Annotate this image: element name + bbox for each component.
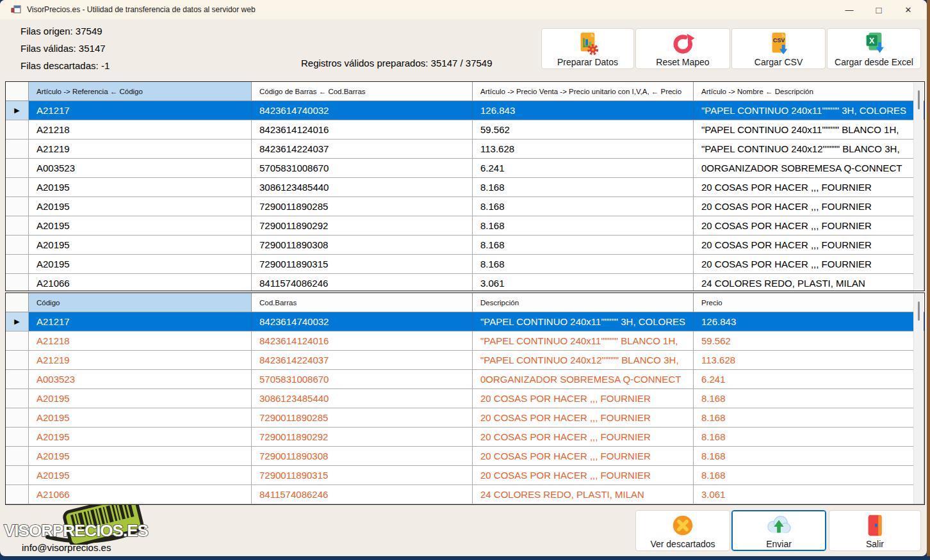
table-row[interactable]: A00352357058310086706.2410ORGANIZADOR SO… [6, 159, 924, 178]
table-cell[interactable]: 8423614224037 [252, 351, 473, 369]
row-header[interactable] [6, 197, 29, 216]
table-row[interactable]: A21066841157408624624 COLORES REDO, PLAS… [6, 485, 924, 504]
enviar-button[interactable]: Enviar [731, 510, 826, 551]
table-cell[interactable]: A20195 [29, 236, 252, 254]
table-cell[interactable]: 3086123485440 [252, 389, 473, 408]
table-cell[interactable]: A21066 [29, 274, 252, 291]
row-header[interactable] [6, 274, 29, 291]
table-cell[interactable]: 20 COSAS POR HACER ,,, FOURNIER [694, 178, 924, 196]
table-row[interactable]: A00352357058310086700ORGANIZADOR SOBREME… [6, 370, 924, 389]
row-header[interactable] [6, 428, 29, 446]
table-cell[interactable]: 113.628 [694, 351, 924, 369]
table-row[interactable]: A212198423614224037"PAPEL CONTINUO 240x1… [6, 351, 924, 370]
grid-corner-cell[interactable] [6, 82, 29, 100]
column-header[interactable]: Código de Barras ← Cod.Barras [252, 82, 473, 100]
table-cell[interactable]: A20195 [29, 255, 252, 273]
row-header[interactable] [6, 370, 29, 388]
table-cell[interactable]: A20195 [29, 428, 252, 446]
table-row[interactable]: A2019572900118903088.16820 COSAS POR HAC… [6, 236, 924, 255]
table-row[interactable]: A21218842361412401659.562"PAPEL CONTINUO… [6, 120, 924, 140]
column-header[interactable]: Artículo -> Nombre ← Descripción [694, 82, 924, 100]
table-row[interactable]: A212188423614124016"PAPEL CONTINUO 240x1… [6, 332, 924, 351]
table-cell[interactable]: 8.168 [473, 197, 694, 216]
table-cell[interactable]: 7290011890292 [252, 216, 473, 235]
table-cell[interactable]: 7290011890308 [252, 447, 473, 465]
cargar-excel-button[interactable]: X Cargar desde Excel [827, 28, 921, 69]
table-cell[interactable]: 20 COSAS POR HACER ,,, FOURNIER [473, 447, 694, 465]
table-cell[interactable]: "PAPEL CONTINUO 240x12""""" BLANCO 3H, [694, 140, 924, 158]
table-cell[interactable]: A20195 [29, 389, 252, 408]
table-cell[interactable]: 8.168 [694, 389, 924, 408]
table-cell[interactable]: 8.168 [473, 178, 694, 196]
table-cell[interactable]: 126.843 [694, 312, 924, 331]
row-header[interactable] [6, 216, 29, 235]
table-cell[interactable]: 8411574086246 [252, 485, 473, 504]
table-cell[interactable]: 8.168 [473, 255, 694, 273]
table-cell[interactable]: 8.168 [694, 447, 924, 465]
row-header[interactable] [6, 447, 29, 465]
table-cell[interactable]: 20 COSAS POR HACER ,,, FOURNIER [694, 255, 924, 273]
vertical-scrollbar[interactable] [913, 294, 924, 504]
table-row[interactable]: A2019572900118902928.16820 COSAS POR HAC… [6, 216, 924, 236]
table-row[interactable]: ▶A212178423614740032"PAPEL CONTINUO 240x… [6, 312, 924, 332]
table-cell[interactable]: "PAPEL CONTINUO 240x12""""" BLANCO 3H, [473, 351, 694, 369]
table-cell[interactable]: A20195 [29, 466, 252, 484]
table-row[interactable]: A20195729001189030820 COSAS POR HACER ,,… [6, 447, 924, 466]
table-cell[interactable]: A20195 [29, 178, 252, 196]
table-cell[interactable]: 8423614740032 [252, 101, 473, 120]
table-cell[interactable]: 8.168 [694, 466, 924, 484]
table-cell[interactable]: 3.061 [473, 274, 694, 291]
preparar-datos-button[interactable]: Preparar Datos [541, 28, 634, 69]
table-cell[interactable]: A21218 [29, 332, 252, 350]
table-row[interactable]: A20195729001189028520 COSAS POR HACER ,,… [6, 408, 924, 428]
table-cell[interactable]: 7290011890315 [252, 466, 473, 484]
row-header[interactable] [6, 178, 29, 196]
row-header[interactable] [6, 140, 29, 158]
table-cell[interactable]: 24 COLORES REDO, PLASTI, MILAN [694, 274, 924, 291]
row-header[interactable] [6, 120, 29, 139]
close-button[interactable]: ✕ [893, 0, 923, 19]
row-header[interactable] [6, 408, 29, 427]
table-cell[interactable]: A003523 [29, 159, 252, 177]
scrollbar-thumb[interactable] [918, 90, 920, 109]
table-cell[interactable]: 7290011890308 [252, 236, 473, 254]
table-cell[interactable]: 8423614124016 [252, 120, 473, 139]
grid-corner-cell[interactable] [6, 293, 29, 312]
table-cell[interactable]: A20195 [29, 216, 252, 235]
table-cell[interactable]: A003523 [29, 370, 252, 388]
table-cell[interactable]: "PAPEL CONTINUO 240x11""""" BLANCO 1H, [694, 120, 924, 139]
table-row[interactable]: A2019572900118902858.16820 COSAS POR HAC… [6, 197, 924, 216]
current-row-indicator[interactable]: ▶ [6, 101, 29, 120]
table-cell[interactable]: A20195 [29, 408, 252, 427]
table-cell[interactable]: 24 COLORES REDO, PLASTI, MILAN [473, 485, 694, 504]
column-header[interactable]: Artículo -> Referencia ← Código [29, 82, 252, 100]
table-cell[interactable]: 113.628 [473, 140, 694, 158]
table-cell[interactable]: 8423614740032 [252, 312, 473, 331]
table-cell[interactable]: 8423614124016 [252, 332, 473, 350]
table-cell[interactable]: A21219 [29, 351, 252, 369]
column-header[interactable]: Precio [694, 293, 924, 312]
table-cell[interactable]: A21218 [29, 120, 252, 139]
cargar-csv-button[interactable]: CSV Cargar CSV [731, 28, 826, 69]
row-header[interactable] [6, 159, 29, 177]
table-cell[interactable]: 8411574086246 [252, 274, 473, 291]
ver-descartados-button[interactable]: Ver descartados [635, 510, 730, 551]
table-cell[interactable]: 7290011890285 [252, 408, 473, 427]
column-header[interactable]: Descripción [473, 293, 694, 312]
table-cell[interactable]: 20 COSAS POR HACER ,,, FOURNIER [694, 236, 924, 254]
row-header[interactable] [6, 485, 29, 504]
table-cell[interactable]: "PAPEL CONTINUO 240x11""""" 3H, COLORES [473, 312, 694, 331]
row-header[interactable] [6, 389, 29, 408]
table-cell[interactable]: 3086123485440 [252, 178, 473, 196]
table-cell[interactable]: 59.562 [473, 120, 694, 139]
table-cell[interactable]: 20 COSAS POR HACER ,,, FOURNIER [694, 197, 924, 216]
table-cell[interactable]: 7290011890292 [252, 428, 473, 446]
table-cell[interactable]: A21066 [29, 485, 252, 504]
column-header[interactable]: Artículo -> Precio Venta -> Precio unita… [473, 82, 694, 100]
table-cell[interactable]: 5705831008670 [252, 159, 473, 177]
table-cell[interactable]: 8423614224037 [252, 140, 473, 158]
column-header[interactable]: Código [29, 293, 252, 312]
reset-mapeo-button[interactable]: Reset Mapeo [635, 28, 730, 69]
minimize-button[interactable]: — [835, 0, 864, 19]
vertical-scrollbar[interactable] [913, 83, 924, 290]
